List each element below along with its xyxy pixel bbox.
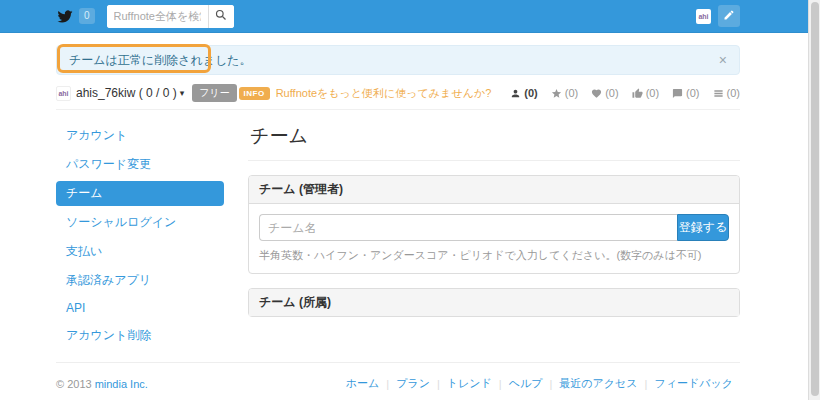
flash-alert: チームは正常に削除されました。 × (56, 45, 740, 75)
thumbs-up-icon (632, 88, 643, 99)
search-button[interactable] (208, 5, 234, 28)
notification-count-badge[interactable]: 0 (79, 8, 95, 24)
stat-count: (0) (524, 87, 537, 99)
star-icon (551, 88, 562, 99)
caret-down-icon[interactable]: ▾ (180, 88, 185, 98)
copyright-text: © 2013 (56, 378, 92, 390)
alert-message: チームは正常に削除されました。 (69, 52, 252, 69)
bird-logo-icon[interactable] (56, 9, 74, 24)
user-avatar-small[interactable]: ahi (56, 86, 71, 101)
user-stat-comments[interactable]: (0) (672, 87, 699, 99)
stat-count: (0) (565, 87, 578, 99)
sidebar-item-api[interactable]: API (56, 297, 224, 319)
feed-icon (713, 88, 724, 99)
user-stat-hearts[interactable]: (0) (591, 87, 618, 99)
footer-link-feedback[interactable]: フィードバック (647, 376, 740, 391)
panel-header-admin: チーム (管理者) (249, 176, 739, 204)
footer: © 2013 mindia Inc. ホーム| プラン| トレンド| ヘルプ| … (56, 362, 740, 391)
info-badge: INFO (239, 87, 270, 100)
vertical-scrollbar[interactable] (808, 0, 820, 400)
sidebar-item-social-login[interactable]: ソーシャルログイン (56, 210, 224, 235)
footer-link-recent-access[interactable]: 最近のアクセス (552, 376, 644, 391)
user-avatar[interactable]: ahi (696, 9, 711, 24)
comment-icon (672, 88, 683, 99)
copyright-link[interactable]: mindia Inc. (95, 378, 148, 390)
pencil-icon (723, 9, 735, 24)
register-button[interactable]: 登録する (677, 214, 729, 241)
stat-count: (0) (686, 87, 699, 99)
site-search (107, 5, 234, 28)
username-link[interactable]: ahis_76kiw ( 0 / 0 ) (76, 86, 177, 100)
sidebar-item-payment[interactable]: 支払い (56, 239, 224, 264)
panel-header-member: チーム (所属) (249, 289, 739, 316)
stat-count: (0) (727, 87, 740, 99)
plan-badge: フリー (192, 84, 236, 102)
sidebar-item-approved-apps[interactable]: 承認済みアプリ (56, 268, 224, 293)
top-navbar: 0 ahi (0, 0, 808, 33)
heart-icon (591, 88, 602, 99)
sidebar-item-delete-account[interactable]: アカウント削除 (56, 323, 224, 348)
team-name-help-text: 半角英数・ハイフン・アンダースコア・ピリオドで入力してください。(数字のみは不可… (259, 248, 729, 263)
new-note-button[interactable] (718, 5, 740, 27)
sidebar-item-password[interactable]: パスワード変更 (56, 152, 224, 177)
footer-link-home[interactable]: ホーム (339, 376, 387, 391)
page-title: チーム (248, 123, 740, 161)
user-stat-likes[interactable]: (0) (632, 87, 659, 99)
user-bar: ahi ahis_76kiw ( 0 / 0 ) ▾ フリー INFO Ruff… (56, 84, 740, 110)
sidebar-item-team[interactable]: チーム (56, 181, 224, 206)
team-member-panel: チーム (所属) (248, 288, 740, 317)
user-stat-feeds[interactable]: (0) (713, 87, 740, 99)
footer-link-trend[interactable]: トレンド (440, 376, 499, 391)
stat-count: (0) (646, 87, 659, 99)
team-admin-panel: チーム (管理者) 登録する 半角英数・ハイフン・アンダースコア・ピリオドで入力… (248, 175, 740, 274)
user-stat-users[interactable]: (0) (510, 87, 537, 99)
team-name-input[interactable] (259, 214, 677, 241)
user-stat-stars[interactable]: (0) (551, 87, 578, 99)
sidebar-item-account[interactable]: アカウント (56, 123, 224, 148)
promo-link[interactable]: Ruffnoteをもっと便利に使ってみませんか? (276, 86, 492, 101)
settings-sidebar: アカウント パスワード変更 チーム ソーシャルログイン 支払い 承認済みアプリ … (56, 123, 224, 352)
user-icon (510, 88, 521, 99)
stat-count: (0) (605, 87, 618, 99)
footer-link-plan[interactable]: プラン (389, 376, 437, 391)
scrollbar-thumb[interactable] (811, 2, 819, 396)
footer-link-help[interactable]: ヘルプ (502, 376, 550, 391)
search-icon (215, 9, 227, 24)
search-input[interactable] (107, 5, 208, 28)
close-icon[interactable]: × (719, 53, 727, 67)
